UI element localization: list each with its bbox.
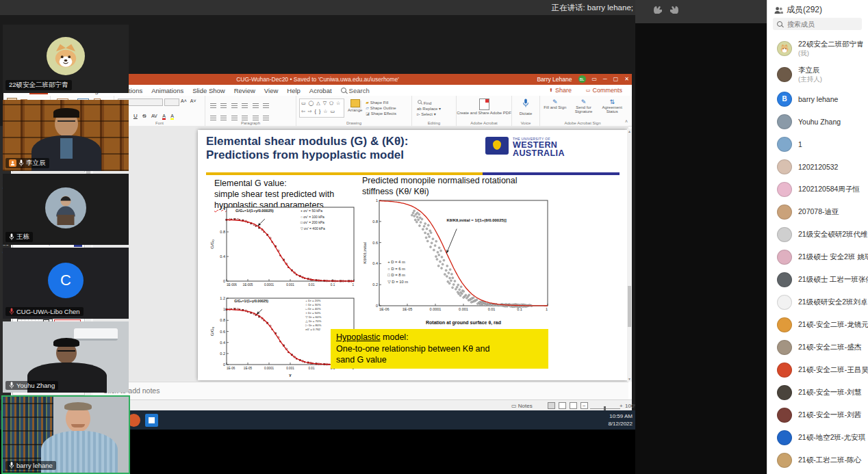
scroll-up-icon[interactable]: ▲ [628, 129, 631, 133]
align-center-button[interactable] [220, 115, 227, 120]
video-tile-barry-lehane[interactable]: barry lehane [1, 395, 130, 474]
raise-hand-icon[interactable] [652, 4, 664, 15]
member-row[interactable]: 21硕-地空2班-尤安琪 [767, 426, 868, 449]
tab-animations[interactable]: Animations [151, 87, 183, 94]
member-row[interactable]: 21硕-安全二班-龙镜元 [767, 313, 868, 336]
zoom-slider[interactable] [590, 408, 620, 409]
numbering-button[interactable] [220, 103, 227, 108]
smartart-convert-button[interactable] [263, 115, 269, 120]
restore-icon[interactable]: ▢ [613, 76, 619, 82]
taskbar-photos-icon[interactable] [142, 412, 160, 428]
send-for-signature-button[interactable]: ✎ Send for Signature [570, 98, 598, 120]
indent-decrease-button[interactable] [231, 103, 238, 108]
member-avatar [777, 340, 792, 355]
video-tile-libo-chen[interactable]: C CUG-UWA-Libo Chen [3, 248, 129, 319]
comments-button[interactable]: ▭ Comments [586, 86, 622, 94]
select-button[interactable]: ▻ Select ▾ [417, 111, 456, 117]
member-row[interactable]: 21硕-安全一班-刘茜 [767, 404, 868, 426]
account-name[interactable]: Barry Lehane [537, 76, 572, 83]
shape-fill-button[interactable]: ▰ Shape Fill [366, 100, 396, 105]
taskbar-clock[interactable]: 10:59 AM 8/12/2022 [608, 412, 633, 427]
account-avatar[interactable]: BL [578, 75, 586, 83]
agreement-status-button[interactable]: ⇅ Agreement Status [599, 98, 625, 120]
member-row[interactable]: 1202120584周子恒 [767, 178, 868, 200]
shape-outline-button[interactable]: ▱ Shape Outline [366, 105, 396, 111]
member-row[interactable]: 21级安全硕研2班代维 [767, 223, 868, 246]
svg-text:e0' = 0.762: e0' = 0.762 [305, 328, 320, 331]
font-size-select[interactable] [164, 98, 179, 106]
underline-button[interactable]: U [133, 113, 138, 119]
tab-review[interactable]: Review [234, 87, 255, 94]
notes-toggle-button[interactable]: ▭ Notes [511, 403, 533, 409]
ribbon-collapse-icon[interactable]: ˄ [625, 119, 628, 124]
member-row[interactable]: 李立辰(主持人) [767, 62, 868, 88]
member-row[interactable]: 21硕-工岩二班-刘金阳 [767, 471, 868, 474]
char-spacing-button[interactable]: AV [151, 114, 157, 118]
zoom-in-button[interactable]: + [620, 403, 623, 409]
member-row[interactable]: Bbarry lehane [767, 88, 868, 110]
highlight-color-button[interactable]: A [170, 114, 174, 120]
shape-gallery[interactable]: ▭ ◯ △ ▽ ⬠ ☆⇦ ⇨ { } ☆ ▭ [299, 98, 344, 118]
slide-sorter-icon[interactable] [559, 402, 566, 409]
font-color-button[interactable]: A [162, 114, 166, 120]
video-tile-shao-ningzhou[interactable]: 22硕安全二班邵宁胄 [3, 25, 129, 93]
align-left-button[interactable] [210, 115, 216, 120]
svg-text:+ Dr = 20%: + Dr = 20% [305, 299, 320, 302]
columns-button[interactable] [253, 115, 259, 120]
tab-help[interactable]: Help [287, 87, 301, 94]
member-row[interactable]: 207078-迪亚 [767, 200, 868, 223]
reading-view-icon[interactable] [570, 402, 577, 409]
member-search-box[interactable] [773, 18, 862, 30]
find-button[interactable]: Find [417, 99, 456, 106]
bullets-button[interactable] [210, 103, 216, 108]
member-row[interactable]: 21级硕士 工岩一班张依杰 [767, 268, 868, 291]
shape-effects-button[interactable]: ◪ Shape Effects [366, 111, 396, 116]
member-row[interactable]: Youhu Zhang [767, 110, 868, 133]
notes-pane[interactable]: Click to add notes [93, 382, 628, 400]
ribbon-search[interactable]: Search [341, 87, 370, 94]
member-row[interactable]: 1202120532 [767, 155, 868, 178]
member-row[interactable]: 21硕-安全二班-盛杰 [767, 336, 868, 358]
member-row[interactable]: 21级硕研安全2班刘卓 [767, 291, 868, 313]
line-spacing-button[interactable] [253, 103, 259, 108]
replace-button[interactable]: ab Replace ▾ [417, 106, 456, 111]
member-row[interactable]: 21硕-工岩二班-陈心 [767, 449, 868, 471]
video-tile-li-lichen[interactable]: 李立辰 [3, 100, 129, 171]
grow-font-button[interactable]: A˄ [181, 98, 187, 106]
normal-view-icon[interactable] [548, 402, 555, 409]
member-row[interactable]: 1 [767, 133, 868, 155]
slide-canvas[interactable]: Elemental shear modulus (G) & (Kθ): Pred… [198, 130, 627, 380]
fill-and-sign-button[interactable]: ✎ Fill and Sign [542, 98, 568, 120]
shrink-font-button[interactable]: A˅ [190, 98, 196, 106]
video-tile-youhu-zhang[interactable]: Youhu Zhang [3, 321, 129, 393]
undo-hand-icon[interactable] [668, 4, 680, 15]
video-tile-wang-dong[interactable]: 王栋 [3, 174, 129, 245]
text-direction-button[interactable] [263, 103, 269, 108]
minimize-icon[interactable]: ─ [603, 76, 607, 82]
share-button[interactable]: ⬆ Share [549, 86, 572, 94]
member-row[interactable]: 22硕安全二班邵宁胄(我) [767, 36, 868, 62]
scrollbar-thumb[interactable] [628, 286, 631, 327]
arrange-button[interactable]: Arrange [348, 98, 362, 120]
member-search-input[interactable] [786, 20, 857, 29]
close-icon[interactable]: ✕ [624, 76, 629, 82]
svg-text:0: 0 [223, 363, 225, 367]
scroll-down-icon[interactable]: ▼ [628, 377, 631, 381]
align-right-button[interactable] [231, 115, 238, 120]
tab-view[interactable]: View [264, 87, 278, 94]
dictate-button[interactable]: Dictate [512, 97, 539, 120]
zoom-out-button[interactable]: − [583, 403, 586, 409]
ribbon-display-icon[interactable]: ▭ [592, 76, 598, 82]
strikethrough-button[interactable]: S [142, 113, 146, 119]
justify-button[interactable] [242, 115, 248, 120]
create-pdf-button[interactable]: Create and Share Adobe PDF [457, 97, 511, 120]
indent-increase-button[interactable] [242, 103, 248, 108]
member-row[interactable]: 21级硕士 安全2班 姚瑞 [767, 246, 868, 268]
member-row[interactable]: 21硕-安全一班-刘慧 [767, 381, 868, 404]
slide-scrollbar[interactable]: ▲ ▼ [627, 129, 632, 382]
tab-acrobat[interactable]: Acrobat [309, 87, 332, 94]
mic-icon [9, 462, 14, 469]
tab-slide-show[interactable]: Slide Show [192, 87, 225, 94]
ribbon-group-acrobat-sign: ✎ Fill and Sign ✎ Send for Signature ⇅ A… [540, 96, 625, 126]
member-row[interactable]: 21硕-安全二班-王昌昊 [767, 358, 868, 381]
